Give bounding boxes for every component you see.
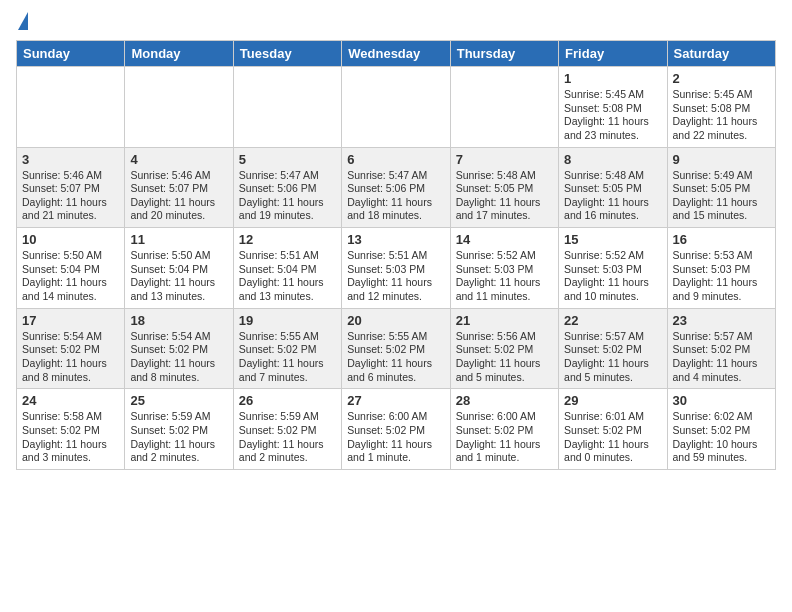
daylight-hours-label: Daylight: 11 hours bbox=[456, 196, 553, 210]
sun-info: Sunset: 5:05 PM bbox=[456, 182, 553, 196]
day-number: 4 bbox=[130, 152, 227, 167]
sun-info: Sunrise: 5:57 AM bbox=[673, 330, 770, 344]
sun-info: Sunrise: 6:02 AM bbox=[673, 410, 770, 424]
day-number: 18 bbox=[130, 313, 227, 328]
calendar-week-row: 1Sunrise: 5:45 AMSunset: 5:08 PMDaylight… bbox=[17, 67, 776, 148]
day-number: 8 bbox=[564, 152, 661, 167]
sun-info: Sunrise: 5:58 AM bbox=[22, 410, 119, 424]
day-number: 17 bbox=[22, 313, 119, 328]
calendar-cell: 24Sunrise: 5:58 AMSunset: 5:02 PMDayligh… bbox=[17, 389, 125, 470]
day-number: 21 bbox=[456, 313, 553, 328]
sun-info: and 7 minutes. bbox=[239, 371, 336, 385]
sun-info: Sunset: 5:04 PM bbox=[22, 263, 119, 277]
day-number: 29 bbox=[564, 393, 661, 408]
calendar-cell: 28Sunrise: 6:00 AMSunset: 5:02 PMDayligh… bbox=[450, 389, 558, 470]
calendar-cell: 6Sunrise: 5:47 AMSunset: 5:06 PMDaylight… bbox=[342, 147, 450, 228]
calendar-week-row: 3Sunrise: 5:46 AMSunset: 5:07 PMDaylight… bbox=[17, 147, 776, 228]
sun-info: and 15 minutes. bbox=[673, 209, 770, 223]
sun-info: Sunset: 5:04 PM bbox=[239, 263, 336, 277]
sun-info: Sunrise: 5:56 AM bbox=[456, 330, 553, 344]
sun-info: and 22 minutes. bbox=[673, 129, 770, 143]
daylight-hours-label: Daylight: 11 hours bbox=[130, 276, 227, 290]
daylight-hours-label: Daylight: 11 hours bbox=[456, 438, 553, 452]
sun-info: and 3 minutes. bbox=[22, 451, 119, 465]
day-number: 19 bbox=[239, 313, 336, 328]
calendar-cell: 22Sunrise: 5:57 AMSunset: 5:02 PMDayligh… bbox=[559, 308, 667, 389]
day-number: 2 bbox=[673, 71, 770, 86]
sun-info: and 2 minutes. bbox=[239, 451, 336, 465]
day-number: 25 bbox=[130, 393, 227, 408]
day-number: 1 bbox=[564, 71, 661, 86]
sun-info: and 10 minutes. bbox=[564, 290, 661, 304]
sun-info: Sunrise: 6:01 AM bbox=[564, 410, 661, 424]
sun-info: Sunrise: 5:55 AM bbox=[239, 330, 336, 344]
sun-info: and 13 minutes. bbox=[130, 290, 227, 304]
day-number: 11 bbox=[130, 232, 227, 247]
sun-info: Sunset: 5:06 PM bbox=[239, 182, 336, 196]
calendar-table: SundayMondayTuesdayWednesdayThursdayFrid… bbox=[16, 40, 776, 470]
calendar-cell bbox=[17, 67, 125, 148]
sun-info: Sunrise: 5:45 AM bbox=[673, 88, 770, 102]
sun-info: and 5 minutes. bbox=[564, 371, 661, 385]
sun-info: and 1 minute. bbox=[347, 451, 444, 465]
sun-info: and 20 minutes. bbox=[130, 209, 227, 223]
calendar-header-row: SundayMondayTuesdayWednesdayThursdayFrid… bbox=[17, 41, 776, 67]
daylight-hours-label: Daylight: 11 hours bbox=[22, 357, 119, 371]
calendar-cell bbox=[342, 67, 450, 148]
daylight-hours-label: Daylight: 11 hours bbox=[130, 357, 227, 371]
weekday-header-monday: Monday bbox=[125, 41, 233, 67]
day-number: 27 bbox=[347, 393, 444, 408]
sun-info: Sunrise: 5:45 AM bbox=[564, 88, 661, 102]
sun-info: Sunset: 5:02 PM bbox=[239, 343, 336, 357]
daylight-hours-label: Daylight: 11 hours bbox=[239, 438, 336, 452]
calendar-cell bbox=[125, 67, 233, 148]
sun-info: Sunrise: 6:00 AM bbox=[347, 410, 444, 424]
weekday-header-saturday: Saturday bbox=[667, 41, 775, 67]
calendar-cell: 11Sunrise: 5:50 AMSunset: 5:04 PMDayligh… bbox=[125, 228, 233, 309]
sun-info: and 9 minutes. bbox=[673, 290, 770, 304]
day-number: 22 bbox=[564, 313, 661, 328]
sun-info: Sunrise: 5:59 AM bbox=[130, 410, 227, 424]
sun-info: and 4 minutes. bbox=[673, 371, 770, 385]
day-number: 13 bbox=[347, 232, 444, 247]
day-number: 14 bbox=[456, 232, 553, 247]
sun-info: Sunset: 5:02 PM bbox=[673, 424, 770, 438]
sun-info: Sunset: 5:02 PM bbox=[347, 343, 444, 357]
daylight-hours-label: Daylight: 11 hours bbox=[564, 438, 661, 452]
day-number: 28 bbox=[456, 393, 553, 408]
sun-info: Sunrise: 5:54 AM bbox=[22, 330, 119, 344]
sun-info: Sunset: 5:02 PM bbox=[456, 343, 553, 357]
daylight-hours-label: Daylight: 11 hours bbox=[347, 276, 444, 290]
sun-info: Sunset: 5:04 PM bbox=[130, 263, 227, 277]
sun-info: Sunrise: 5:48 AM bbox=[456, 169, 553, 183]
weekday-header-wednesday: Wednesday bbox=[342, 41, 450, 67]
daylight-hours-label: Daylight: 11 hours bbox=[347, 357, 444, 371]
daylight-hours-label: Daylight: 11 hours bbox=[564, 196, 661, 210]
daylight-hours-label: Daylight: 11 hours bbox=[22, 276, 119, 290]
sun-info: Sunset: 5:03 PM bbox=[564, 263, 661, 277]
daylight-hours-label: Daylight: 11 hours bbox=[347, 196, 444, 210]
daylight-hours-label: Daylight: 11 hours bbox=[564, 115, 661, 129]
calendar-cell: 7Sunrise: 5:48 AMSunset: 5:05 PMDaylight… bbox=[450, 147, 558, 228]
sun-info: and 21 minutes. bbox=[22, 209, 119, 223]
logo-triangle-icon bbox=[18, 12, 28, 30]
sun-info: and 16 minutes. bbox=[564, 209, 661, 223]
calendar-cell: 2Sunrise: 5:45 AMSunset: 5:08 PMDaylight… bbox=[667, 67, 775, 148]
calendar-cell: 13Sunrise: 5:51 AMSunset: 5:03 PMDayligh… bbox=[342, 228, 450, 309]
sun-info: Sunset: 5:05 PM bbox=[673, 182, 770, 196]
calendar-week-row: 17Sunrise: 5:54 AMSunset: 5:02 PMDayligh… bbox=[17, 308, 776, 389]
sun-info: and 17 minutes. bbox=[456, 209, 553, 223]
sun-info: Sunset: 5:03 PM bbox=[673, 263, 770, 277]
daylight-hours-label: Daylight: 11 hours bbox=[130, 438, 227, 452]
sun-info: Sunset: 5:07 PM bbox=[22, 182, 119, 196]
sun-info: Sunset: 5:02 PM bbox=[564, 424, 661, 438]
calendar-week-row: 24Sunrise: 5:58 AMSunset: 5:02 PMDayligh… bbox=[17, 389, 776, 470]
sun-info: and 8 minutes. bbox=[22, 371, 119, 385]
sun-info: Sunrise: 5:57 AM bbox=[564, 330, 661, 344]
calendar-cell: 16Sunrise: 5:53 AMSunset: 5:03 PMDayligh… bbox=[667, 228, 775, 309]
sun-info: and 18 minutes. bbox=[347, 209, 444, 223]
sun-info: and 5 minutes. bbox=[456, 371, 553, 385]
sun-info: Sunset: 5:03 PM bbox=[347, 263, 444, 277]
calendar-cell: 12Sunrise: 5:51 AMSunset: 5:04 PMDayligh… bbox=[233, 228, 341, 309]
day-number: 16 bbox=[673, 232, 770, 247]
